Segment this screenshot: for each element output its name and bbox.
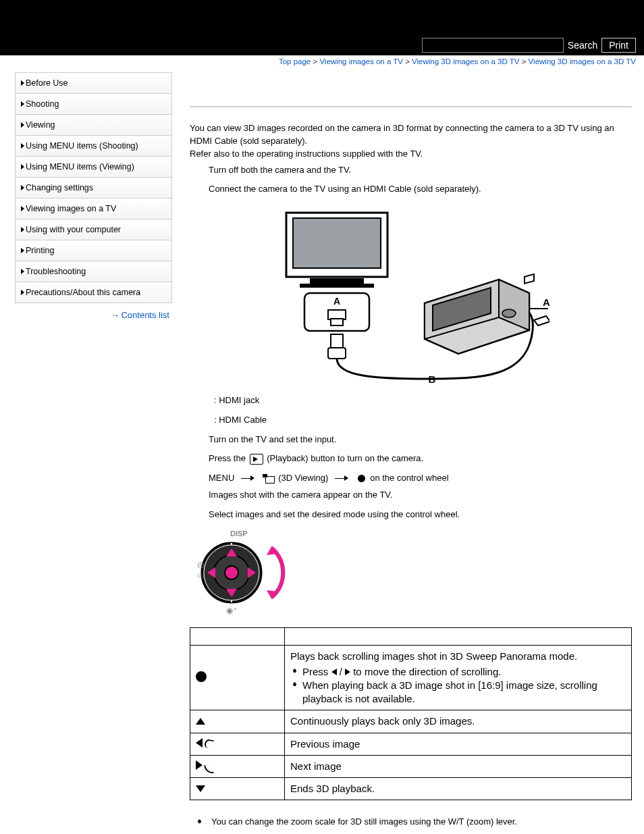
nav-label: Troubleshooting xyxy=(26,267,86,276)
row-main: Next image xyxy=(285,755,632,777)
step-5-note: Images shot with the camera appear on th… xyxy=(190,488,632,505)
breadcrumb-item[interactable]: Top page xyxy=(279,57,311,66)
nav-label: Viewing images on a TV xyxy=(26,204,116,213)
nav-computer[interactable]: Using with your computer xyxy=(16,219,171,240)
svg-rect-11 xyxy=(525,274,534,284)
nav-label: Precautions/About this camera xyxy=(26,288,140,297)
svg-point-10 xyxy=(502,309,516,317)
nav-trouble[interactable]: Troubleshooting xyxy=(16,261,171,282)
intro-line-1: You can view 3D images recorded on the c… xyxy=(190,122,632,148)
arrow-right-icon: → xyxy=(110,310,118,320)
rotate-ccw-icon xyxy=(204,739,214,750)
search-input[interactable] xyxy=(422,38,564,53)
nav-tv[interactable]: Viewing images on a TV xyxy=(16,199,171,219)
nav-printing[interactable]: Printing xyxy=(16,240,171,261)
svg-text:A: A xyxy=(333,296,340,307)
svg-text:▭: ▭ xyxy=(197,571,205,580)
arrow-right-icon xyxy=(335,476,348,481)
svg-rect-1 xyxy=(293,218,381,268)
nav-viewing[interactable]: Viewing xyxy=(16,115,171,136)
divider xyxy=(190,106,632,107)
nav-settings[interactable]: Changing settings xyxy=(16,178,171,199)
3d-viewing-icon xyxy=(263,474,275,484)
chevron-right-icon xyxy=(21,80,24,86)
step-5-menu: MENU xyxy=(209,473,237,483)
svg-rect-6 xyxy=(331,319,343,325)
chevron-right-icon xyxy=(21,227,24,232)
chevron-right-icon xyxy=(21,269,24,274)
breadcrumb-item[interactable]: Viewing 3D images on a 3D TV xyxy=(412,57,519,66)
nav-label: Viewing xyxy=(26,120,55,130)
breadcrumb-item[interactable]: Viewing 3D images on a 3D TV xyxy=(529,57,636,66)
svg-text:◴: ◴ xyxy=(197,560,204,569)
table-header-row xyxy=(190,628,632,646)
right-arrow-icon xyxy=(345,669,350,675)
sidebar: Before Use Shooting Viewing Using MENU i… xyxy=(0,66,172,320)
chevron-right-icon xyxy=(21,143,24,149)
nav-before-use[interactable]: Before Use xyxy=(16,73,171,94)
search-area: Search Print xyxy=(422,38,636,55)
contents-list-row: →Contents list xyxy=(15,303,172,320)
step-4-suffix: (Playback) button to turn on the camera. xyxy=(267,453,423,463)
row-main: Ends 3D playback. xyxy=(285,778,632,800)
svg-rect-7 xyxy=(331,334,343,348)
connection-illustration: A B A xyxy=(273,209,549,384)
step-4-prefix: Press the xyxy=(209,453,248,463)
step-5-3d: (3D Viewing) xyxy=(278,473,331,483)
left-arrow-icon xyxy=(331,669,337,675)
page-number: 216 xyxy=(190,827,632,834)
chevron-right-icon xyxy=(21,164,24,170)
table-row: Continuously plays back only 3D images. xyxy=(190,710,632,733)
row-main: Continuously plays back only 3D images. xyxy=(285,710,632,733)
step-3: Turn on the TV and set the input. xyxy=(190,430,632,450)
table-row: Plays back scrolling images shot in 3D S… xyxy=(190,646,632,710)
playback-icon xyxy=(250,454,263,465)
table-row: Ends 3D playback. xyxy=(190,778,632,800)
header-bar: Search Print xyxy=(0,0,644,55)
nav-menu: Before Use Shooting Viewing Using MENU i… xyxy=(15,72,172,303)
nav-label: Before Use xyxy=(26,78,68,88)
step-5-end: on the control wheel xyxy=(370,473,448,483)
nav-label: Printing xyxy=(26,246,54,255)
chevron-right-icon xyxy=(21,206,24,211)
breadcrumb-item[interactable]: Viewing images on a TV xyxy=(319,57,403,66)
intro-line-2: Refer also to the operating instructions… xyxy=(190,148,632,161)
row-sub: Press / to move the direction of scrolli… xyxy=(290,665,626,679)
svg-rect-3 xyxy=(300,284,374,288)
step-6: Select images and set the desired mode u… xyxy=(190,505,632,525)
nav-label: Using MENU items (Shooting) xyxy=(26,141,138,151)
nav-precautions[interactable]: Precautions/About this camera xyxy=(16,282,171,303)
right-arrow-icon xyxy=(196,760,203,770)
legend-a: : HDMI jack xyxy=(190,391,632,411)
nav-menu-shooting[interactable]: Using MENU items (Shooting) xyxy=(16,136,171,157)
svg-text:◉⁺: ◉⁺ xyxy=(226,606,237,615)
nav-label: Using with your computer xyxy=(26,225,121,234)
nav-label: Changing settings xyxy=(26,183,93,192)
row-sub: When playing back a 3D image shot in [16… xyxy=(290,679,626,706)
breadcrumb: Top page > Viewing images on a TV > View… xyxy=(0,55,644,66)
intro-text: You can view 3D images recorded on the c… xyxy=(190,122,632,161)
svg-point-20 xyxy=(225,566,238,579)
chevron-right-icon xyxy=(21,290,24,295)
chevron-right-icon xyxy=(21,101,24,107)
footnote: You can change the zoom scale for 3D sti… xyxy=(190,816,632,827)
svg-rect-2 xyxy=(310,278,364,284)
nav-label: Shooting xyxy=(26,99,59,109)
svg-rect-5 xyxy=(328,310,346,319)
center-button-icon xyxy=(196,671,207,682)
step-4: Press the (Playback) button to turn on t… xyxy=(190,449,632,469)
function-table: Plays back scrolling images shot in 3D S… xyxy=(190,627,632,800)
table-row: Next image xyxy=(190,755,632,777)
up-arrow-icon xyxy=(196,718,205,725)
search-label: Search xyxy=(568,40,597,51)
nav-menu-viewing[interactable]: Using MENU items (Viewing) xyxy=(16,157,171,178)
nav-label: Using MENU items (Viewing) xyxy=(26,162,134,172)
svg-text:DISP: DISP xyxy=(230,529,248,538)
contents-list-link[interactable]: Contents list xyxy=(121,310,169,320)
nav-shooting[interactable]: Shooting xyxy=(16,94,171,115)
svg-rect-8 xyxy=(328,348,346,359)
rotate-cw-icon xyxy=(204,764,214,775)
main-content: You can view 3D images recorded on the c… xyxy=(172,66,644,834)
print-button[interactable]: Print xyxy=(601,38,636,53)
chevron-right-icon xyxy=(21,122,24,128)
